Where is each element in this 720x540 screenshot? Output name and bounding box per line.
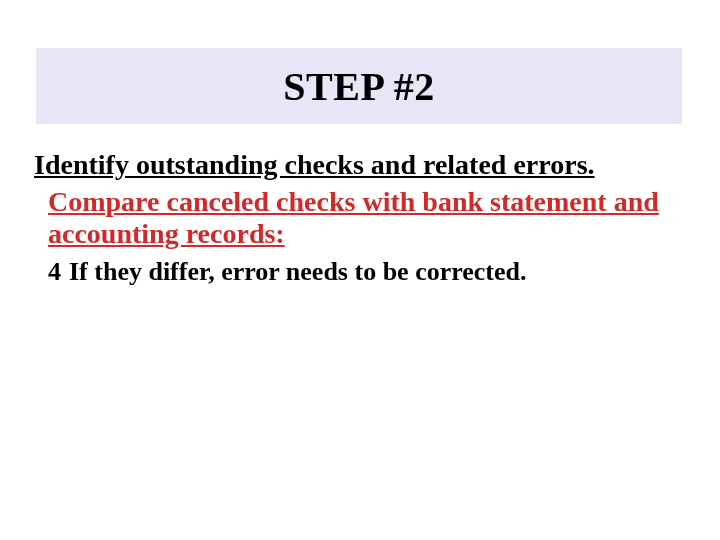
slide-title: STEP #2 [283, 63, 434, 110]
title-band: STEP #2 [36, 48, 682, 124]
bullet-icon: 4 [48, 256, 61, 287]
bullet-item: 4 If they differ, error needs to be corr… [48, 256, 684, 287]
content-block: Identify outstanding checks and related … [34, 148, 684, 287]
heading-line: Identify outstanding checks and related … [34, 148, 684, 182]
slide: STEP #2 Identify outstanding checks and … [0, 0, 720, 540]
subheading-line: Compare canceled checks with bank statem… [48, 186, 684, 250]
bullet-text: If they differ, error needs to be correc… [69, 256, 527, 287]
